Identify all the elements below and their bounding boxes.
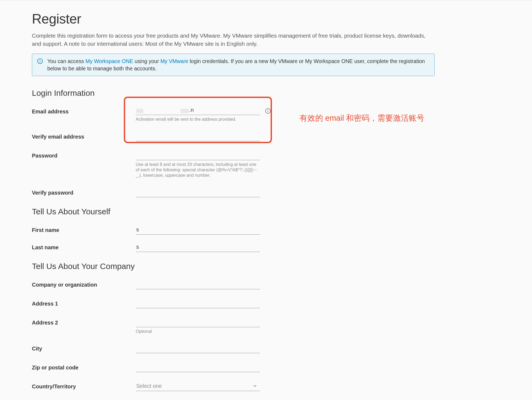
svg-point-5 xyxy=(268,110,268,110)
first-name-label: First name xyxy=(32,225,136,233)
company-label: Company or organization xyxy=(32,280,136,288)
info-icon xyxy=(37,58,43,64)
workspace-one-link[interactable]: My Workspace ONE xyxy=(85,58,133,64)
email-suffix: .n xyxy=(189,107,194,113)
row-zip: Zip or postal code xyxy=(32,363,437,372)
section-yourself-title: Tell Us About Yourself xyxy=(32,207,437,216)
info-banner-text: You can access My Workspace ONE using yo… xyxy=(47,58,430,72)
row-country: Country/Territory xyxy=(32,382,437,391)
verify-email-field[interactable] xyxy=(136,132,260,141)
row-city: City xyxy=(32,344,437,353)
country-select[interactable] xyxy=(136,382,260,391)
row-last-name: Last name xyxy=(32,243,437,252)
city-field[interactable] xyxy=(136,344,260,353)
svg-point-2 xyxy=(40,60,40,60)
password-helper: Use at least 8 and at most 20 characters… xyxy=(136,162,260,178)
address2-field[interactable] xyxy=(136,318,260,327)
email-helper: Activation email will be sent to the add… xyxy=(136,117,260,122)
section-company-title: Tell Us About Your Company xyxy=(32,262,437,271)
redacted-segment xyxy=(136,109,143,113)
address1-field[interactable] xyxy=(136,299,260,308)
last-name-label: Last name xyxy=(32,243,136,251)
password-field[interactable] xyxy=(136,151,260,160)
zip-field[interactable] xyxy=(136,363,260,372)
country-label: Country/Territory xyxy=(32,382,136,390)
company-field[interactable] xyxy=(136,280,260,289)
redacted-segment xyxy=(181,109,189,113)
info-icon[interactable] xyxy=(265,108,271,114)
page-title: Register xyxy=(32,11,437,27)
address2-label: Address 2 xyxy=(32,318,136,326)
address1-label: Address 1 xyxy=(32,299,136,307)
row-address2: Address 2 Optional xyxy=(32,318,437,334)
verify-password-field[interactable] xyxy=(136,188,260,197)
row-address1: Address 1 xyxy=(32,299,437,308)
password-label: Password xyxy=(32,151,136,159)
email-field[interactable]: .n xyxy=(136,107,260,115)
my-vmware-link[interactable]: My VMware xyxy=(160,58,188,64)
email-label: Email address xyxy=(32,107,136,115)
verify-email-label: Verify email address xyxy=(32,132,136,140)
section-login-title: Login Information xyxy=(32,88,437,98)
row-email: Email address .n Activation email will b… xyxy=(32,107,437,122)
row-first-name: First name xyxy=(32,225,437,235)
row-company: Company or organization xyxy=(32,280,437,289)
row-verify-email: Verify email address xyxy=(32,132,437,141)
last-name-field[interactable] xyxy=(136,243,260,252)
first-name-field[interactable] xyxy=(136,225,260,235)
zip-label: Zip or postal code xyxy=(32,363,136,371)
intro-text: Complete this registration form to acces… xyxy=(32,32,435,48)
verify-password-label: Verify password xyxy=(32,188,136,196)
city-label: City xyxy=(32,344,136,352)
row-verify-password: Verify password xyxy=(32,188,437,197)
address2-helper: Optional xyxy=(136,329,260,334)
info-banner: You can access My Workspace ONE using yo… xyxy=(32,54,435,76)
row-password: Password Use at least 8 and at most 20 c… xyxy=(32,151,437,178)
